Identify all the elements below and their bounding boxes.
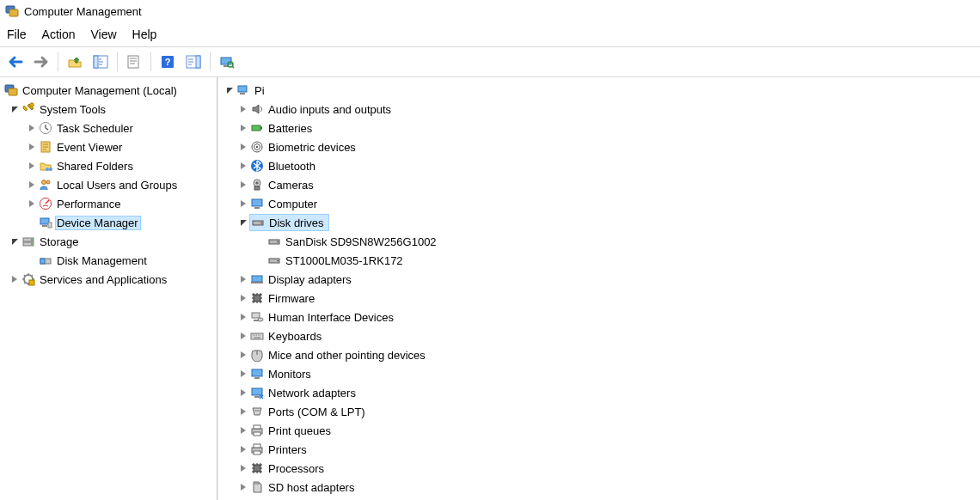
services-icon bbox=[21, 271, 36, 287]
menu-file[interactable]: File bbox=[7, 27, 27, 41]
up-button[interactable] bbox=[63, 51, 87, 73]
menu-action[interactable]: Action bbox=[42, 27, 76, 41]
svg-point-57 bbox=[258, 318, 263, 321]
svg-rect-4 bbox=[128, 56, 138, 68]
tree-item-device-manager[interactable]: Device Manager bbox=[2, 213, 215, 232]
expander-closed-icon[interactable] bbox=[237, 295, 249, 302]
menu-help[interactable]: Help bbox=[132, 27, 157, 41]
toolbar: ? bbox=[0, 46, 980, 77]
expander-closed-icon[interactable] bbox=[237, 370, 249, 377]
device-cat-cameras[interactable]: Cameras bbox=[220, 175, 978, 194]
tree-item-local-users[interactable]: Local Users and Groups bbox=[2, 175, 215, 194]
tree-item-system-tools[interactable]: System Tools bbox=[2, 100, 215, 119]
device-cat-audio[interactable]: Audio inputs and outputs bbox=[220, 100, 978, 119]
tree-item-storage[interactable]: Storage bbox=[2, 232, 215, 251]
tree-item-disk-management[interactable]: Disk Management bbox=[2, 251, 215, 270]
tree-item-task-scheduler[interactable]: Task Scheduler bbox=[2, 119, 215, 137]
svg-point-14 bbox=[30, 103, 34, 107]
tree-label: Keyboards bbox=[266, 329, 324, 344]
device-tree[interactable]: Pi Audio inputs and outputs Batteries Bi… bbox=[217, 77, 980, 500]
tree-label: Disk drives bbox=[267, 216, 327, 230]
tree-item-services[interactable]: Services and Applications bbox=[2, 270, 215, 289]
expander-closed-icon[interactable] bbox=[237, 125, 249, 131]
expander-closed-icon[interactable] bbox=[237, 484, 249, 491]
users-icon bbox=[38, 177, 53, 192]
printer-icon bbox=[249, 442, 265, 457]
svg-rect-13 bbox=[9, 88, 17, 95]
console-tree[interactable]: Computer Management (Local) System Tools… bbox=[0, 77, 217, 500]
device-cat-printqueues[interactable]: Print queues bbox=[220, 421, 978, 440]
expander-closed-icon[interactable] bbox=[237, 465, 249, 472]
show-hide-tree-button[interactable] bbox=[89, 51, 113, 73]
tree-root[interactable]: Computer Management (Local) bbox=[2, 81, 215, 100]
svg-rect-68 bbox=[254, 432, 260, 436]
forward-button[interactable] bbox=[29, 51, 53, 73]
expander-closed-icon[interactable] bbox=[237, 332, 249, 339]
svg-point-47 bbox=[260, 223, 262, 224]
expander-open-icon[interactable] bbox=[237, 219, 249, 227]
expander-closed-icon[interactable] bbox=[237, 446, 249, 453]
expander-closed-icon[interactable] bbox=[237, 276, 249, 283]
device-cat-display[interactable]: Display adapters bbox=[220, 270, 978, 289]
expander-closed-icon[interactable] bbox=[26, 181, 38, 188]
expander-closed-icon[interactable] bbox=[9, 276, 21, 283]
svg-rect-60 bbox=[254, 377, 260, 379]
expander-closed-icon[interactable] bbox=[237, 427, 249, 434]
device-cat-bluetooth[interactable]: Bluetooth bbox=[220, 156, 978, 175]
expander-closed-icon[interactable] bbox=[237, 351, 249, 358]
expander-closed-icon[interactable] bbox=[26, 143, 38, 150]
sd-card-icon bbox=[249, 479, 265, 495]
svg-rect-58 bbox=[251, 333, 263, 339]
expander-closed-icon[interactable] bbox=[237, 314, 249, 320]
device-cat-processors[interactable]: Processors bbox=[220, 459, 978, 478]
tree-item-event-viewer[interactable]: Event Viewer bbox=[2, 137, 215, 156]
scan-hardware-button[interactable] bbox=[215, 51, 239, 73]
expander-closed-icon[interactable] bbox=[26, 200, 38, 207]
expander-open-icon[interactable] bbox=[9, 238, 21, 246]
expander-closed-icon[interactable] bbox=[237, 106, 249, 113]
device-item-disk2[interactable]: ST1000LM035-1RK172 bbox=[220, 251, 978, 270]
menubar: File Action View Help bbox=[0, 22, 980, 46]
tree-item-shared-folders[interactable]: Shared Folders bbox=[2, 156, 215, 175]
expander-closed-icon[interactable] bbox=[237, 408, 249, 415]
help-button[interactable]: ? bbox=[156, 51, 180, 73]
device-cat-hid[interactable]: Human Interface Devices bbox=[220, 308, 978, 326]
device-cat-biometric[interactable]: Biometric devices bbox=[220, 137, 978, 156]
device-root[interactable]: Pi bbox=[220, 81, 978, 100]
tree-label: Print queues bbox=[266, 424, 334, 438]
tree-label: System Tools bbox=[38, 102, 108, 117]
svg-point-20 bbox=[46, 180, 50, 184]
svg-point-51 bbox=[277, 260, 279, 262]
event-viewer-icon bbox=[38, 139, 53, 155]
menu-view[interactable]: View bbox=[90, 27, 116, 41]
tree-item-performance[interactable]: Performance bbox=[2, 194, 215, 213]
expander-closed-icon[interactable] bbox=[26, 162, 38, 169]
device-cat-network[interactable]: Network adapters bbox=[220, 383, 978, 402]
device-cat-keyboards[interactable]: Keyboards bbox=[220, 326, 978, 345]
show-hide-action-pane-button[interactable] bbox=[181, 51, 205, 73]
expander-closed-icon[interactable] bbox=[26, 125, 38, 131]
expander-closed-icon[interactable] bbox=[237, 200, 249, 207]
device-cat-mice[interactable]: Mice and other pointing devices bbox=[220, 345, 978, 364]
device-cat-batteries[interactable]: Batteries bbox=[220, 119, 978, 137]
expander-closed-icon[interactable] bbox=[237, 162, 249, 169]
device-cat-sdhost[interactable]: SD host adapters bbox=[220, 478, 978, 497]
device-cat-disk-drives[interactable]: Disk drives bbox=[220, 213, 978, 232]
device-cat-monitors[interactable]: Monitors bbox=[220, 364, 978, 383]
expander-closed-icon[interactable] bbox=[237, 143, 249, 150]
expander-closed-icon[interactable] bbox=[237, 389, 249, 396]
svg-rect-35 bbox=[252, 125, 260, 131]
expander-open-icon[interactable] bbox=[9, 106, 21, 113]
back-button[interactable] bbox=[3, 51, 28, 73]
tree-label: ST1000LM035-1RK172 bbox=[284, 253, 406, 268]
svg-point-27 bbox=[31, 239, 33, 241]
device-item-disk1[interactable]: SanDisk SD9SN8W256G1002 bbox=[220, 232, 978, 251]
device-cat-ports[interactable]: Ports (COM & LPT) bbox=[220, 402, 978, 421]
properties-button[interactable] bbox=[122, 51, 146, 73]
device-cat-computer[interactable]: Computer bbox=[220, 194, 978, 213]
expander-open-icon[interactable] bbox=[224, 87, 236, 95]
device-cat-firmware[interactable]: Firmware bbox=[220, 289, 978, 308]
device-cat-printers[interactable]: Printers bbox=[220, 440, 978, 459]
expander-closed-icon[interactable] bbox=[237, 181, 249, 188]
tree-label: Ports (COM & LPT) bbox=[266, 405, 368, 419]
